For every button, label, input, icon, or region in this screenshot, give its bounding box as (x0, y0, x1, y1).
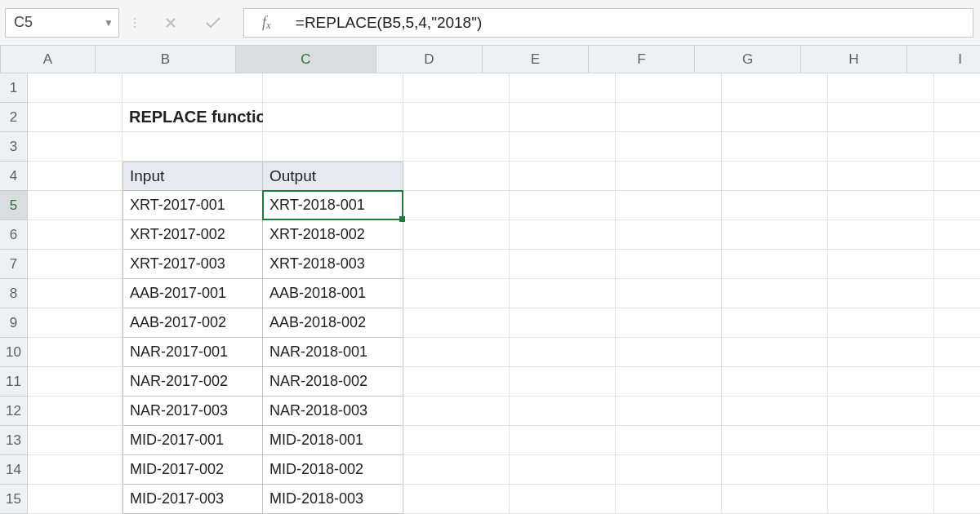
cell-E9[interactable] (510, 308, 616, 338)
row-header-7[interactable]: 7 (0, 250, 28, 279)
cell-E5[interactable] (510, 191, 616, 220)
row-header-15[interactable]: 15 (0, 485, 28, 514)
cell-G2[interactable] (722, 103, 828, 132)
cell-I3[interactable] (934, 132, 980, 162)
cell-A7[interactable] (28, 250, 122, 279)
cell-I7[interactable] (934, 250, 980, 279)
cell-H6[interactable] (828, 220, 934, 250)
row-header-6[interactable]: 6 (0, 220, 28, 250)
cell-D10[interactable] (403, 338, 510, 367)
cell-D15[interactable] (403, 485, 510, 514)
cell-G4[interactable] (722, 162, 828, 191)
cell-B14[interactable]: MID-2017-002 (122, 455, 263, 485)
cell-G9[interactable] (722, 308, 828, 338)
cell-E13[interactable] (510, 426, 616, 455)
cell-G1[interactable] (722, 73, 828, 103)
cell-I12[interactable] (934, 397, 980, 426)
cell-F6[interactable] (616, 220, 722, 250)
cell-F7[interactable] (616, 250, 722, 279)
cell-E7[interactable] (510, 250, 616, 279)
cell-F15[interactable] (616, 485, 722, 514)
accept-formula-button[interactable] (203, 12, 224, 33)
row-header-9[interactable]: 9 (0, 308, 28, 338)
cell-G10[interactable] (722, 338, 828, 367)
cell-D5[interactable] (403, 191, 510, 220)
cell-B11[interactable]: NAR-2017-002 (122, 367, 263, 397)
cell-E11[interactable] (510, 367, 616, 397)
cell-H15[interactable] (828, 485, 934, 514)
chevron-down-icon[interactable]: ▼ (104, 17, 114, 29)
cell-G14[interactable] (722, 455, 828, 485)
cell-B8[interactable]: AAB-2017-001 (122, 279, 263, 308)
cell-A11[interactable] (28, 367, 122, 397)
row-header-12[interactable]: 12 (0, 397, 28, 426)
cell-C2[interactable] (263, 103, 403, 132)
row-header-13[interactable]: 13 (0, 426, 28, 455)
cell-F14[interactable] (616, 455, 722, 485)
cell-A5[interactable] (28, 191, 122, 220)
cell-B5[interactable]: XRT-2017-001 (122, 191, 263, 220)
cell-C15[interactable]: MID-2018-003 (263, 485, 403, 514)
cell-B15[interactable]: MID-2017-003 (122, 485, 263, 514)
cell-I6[interactable] (934, 220, 980, 250)
column-header-B[interactable]: B (96, 46, 236, 73)
cell-I10[interactable] (934, 338, 980, 367)
cell-C12[interactable]: NAR-2018-003 (263, 397, 403, 426)
cell-A12[interactable] (28, 397, 122, 426)
cell-F11[interactable] (616, 367, 722, 397)
cell-A4[interactable] (28, 162, 122, 191)
cell-A15[interactable] (28, 485, 122, 514)
cell-C3[interactable] (263, 132, 403, 162)
cell-E12[interactable] (510, 397, 616, 426)
column-header-A[interactable]: A (1, 46, 96, 73)
column-header-D[interactable]: D (376, 46, 483, 73)
cell-F1[interactable] (616, 73, 722, 103)
cell-H5[interactable] (828, 191, 934, 220)
cell-I4[interactable] (934, 162, 980, 191)
cell-I13[interactable] (934, 426, 980, 455)
cell-E6[interactable] (510, 220, 616, 250)
cell-B4[interactable]: Input (122, 162, 263, 191)
cell-F8[interactable] (616, 279, 722, 308)
cell-G12[interactable] (722, 397, 828, 426)
cell-H2[interactable] (828, 103, 934, 132)
cell-E3[interactable] (510, 132, 616, 162)
cell-C6[interactable]: XRT-2018-002 (263, 220, 403, 250)
row-header-14[interactable]: 14 (0, 455, 28, 485)
cell-E10[interactable] (510, 338, 616, 367)
cell-G11[interactable] (722, 367, 828, 397)
row-header-11[interactable]: 11 (0, 367, 28, 397)
cell-H1[interactable] (828, 73, 934, 103)
cell-I8[interactable] (934, 279, 980, 308)
cell-H3[interactable] (828, 132, 934, 162)
column-header-I[interactable]: I (907, 46, 980, 73)
row-header-2[interactable]: 2 (0, 103, 28, 132)
cell-F5[interactable] (616, 191, 722, 220)
cell-G6[interactable] (722, 220, 828, 250)
column-header-G[interactable]: G (695, 46, 801, 73)
cell-H13[interactable] (828, 426, 934, 455)
cancel-formula-button[interactable] (160, 12, 181, 33)
formula-input[interactable]: =REPLACE(B5,5,4,"2018") (283, 8, 973, 38)
cell-F3[interactable] (616, 132, 722, 162)
cell-G7[interactable] (722, 250, 828, 279)
cell-D7[interactable] (403, 250, 510, 279)
cell-D14[interactable] (403, 455, 510, 485)
cell-F9[interactable] (616, 308, 722, 338)
cell-G13[interactable] (722, 426, 828, 455)
row-header-10[interactable]: 10 (0, 338, 28, 367)
cell-H10[interactable] (828, 338, 934, 367)
cell-H4[interactable] (828, 162, 934, 191)
cell-C5[interactable]: XRT-2018-001 (263, 191, 403, 220)
column-header-H[interactable]: H (801, 46, 907, 73)
cell-C13[interactable]: MID-2018-001 (263, 426, 403, 455)
cell-B9[interactable]: AAB-2017-002 (122, 308, 263, 338)
cell-I14[interactable] (934, 455, 980, 485)
cell-C9[interactable]: AAB-2018-002 (263, 308, 403, 338)
cell-A2[interactable] (28, 103, 122, 132)
name-box[interactable]: C5 ▼ (5, 8, 119, 38)
select-all-corner[interactable] (0, 46, 1, 73)
cell-D1[interactable] (403, 73, 510, 103)
cell-I5[interactable] (934, 191, 980, 220)
row-header-5[interactable]: 5 (0, 191, 28, 220)
